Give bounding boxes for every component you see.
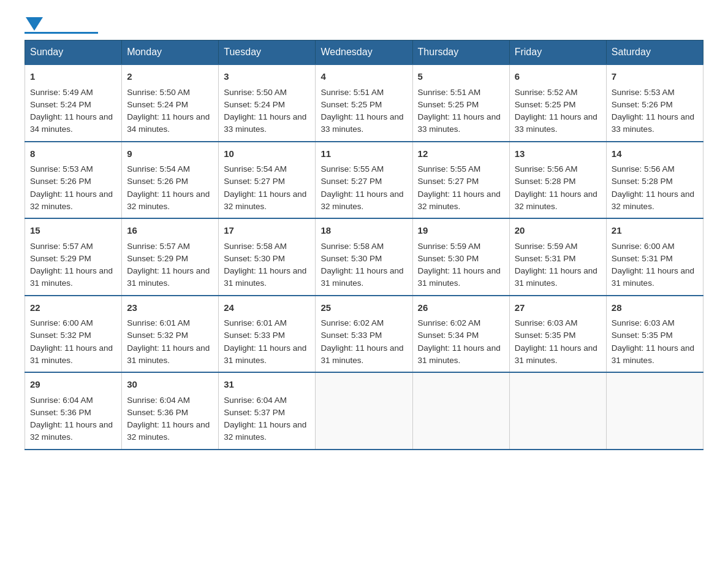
daylight-text: Daylight: 11 hours and 32 minutes. <box>30 420 113 442</box>
sunrise-text: Sunrise: 6:01 AM <box>224 318 287 327</box>
sunrise-text: Sunrise: 6:02 AM <box>418 318 481 327</box>
sunset-text: Sunset: 5:24 PM <box>224 100 285 109</box>
calendar-table: SundayMondayTuesdayWednesdayThursdayFrid… <box>25 40 703 450</box>
sunset-text: Sunset: 5:31 PM <box>612 254 673 263</box>
sunset-text: Sunset: 5:32 PM <box>127 331 188 340</box>
page-header <box>25 18 703 34</box>
day-number: 14 <box>612 147 698 161</box>
logo-arrow-icon <box>26 17 43 31</box>
calendar-cell: 9Sunrise: 5:54 AMSunset: 5:26 PMDaylight… <box>122 142 219 219</box>
calendar-header-monday: Monday <box>122 40 219 65</box>
sunset-text: Sunset: 5:27 PM <box>224 177 285 186</box>
daylight-text: Daylight: 11 hours and 33 minutes. <box>418 112 501 134</box>
daylight-text: Daylight: 11 hours and 31 minutes. <box>320 343 403 365</box>
calendar-cell: 17Sunrise: 5:58 AMSunset: 5:30 PMDayligh… <box>219 218 316 296</box>
sunset-text: Sunset: 5:33 PM <box>224 331 285 340</box>
sunset-text: Sunset: 5:28 PM <box>612 177 673 186</box>
calendar-cell: 25Sunrise: 6:02 AMSunset: 5:33 PMDayligh… <box>316 296 412 373</box>
day-number: 2 <box>127 70 213 84</box>
day-number: 8 <box>30 147 116 161</box>
calendar-week-row: 1Sunrise: 5:49 AMSunset: 5:24 PMDaylight… <box>25 64 703 142</box>
sunrise-text: Sunrise: 6:00 AM <box>612 242 675 251</box>
sunset-text: Sunset: 5:25 PM <box>515 100 576 109</box>
calendar-week-row: 8Sunrise: 5:53 AMSunset: 5:26 PMDaylight… <box>25 142 703 219</box>
calendar-cell: 26Sunrise: 6:02 AMSunset: 5:34 PMDayligh… <box>412 296 509 373</box>
sunrise-text: Sunrise: 6:02 AM <box>320 318 384 327</box>
sunset-text: Sunset: 5:25 PM <box>320 100 382 109</box>
calendar-header-row: SundayMondayTuesdayWednesdayThursdayFrid… <box>25 40 703 65</box>
sunset-text: Sunset: 5:35 PM <box>612 331 673 340</box>
day-number: 3 <box>224 70 310 84</box>
calendar-cell: 15Sunrise: 5:57 AMSunset: 5:29 PMDayligh… <box>25 218 122 296</box>
sunset-text: Sunset: 5:32 PM <box>30 331 91 340</box>
sunset-text: Sunset: 5:30 PM <box>418 254 479 263</box>
calendar-cell: 18Sunrise: 5:58 AMSunset: 5:30 PMDayligh… <box>316 218 412 296</box>
day-number: 13 <box>515 147 601 161</box>
calendar-cell <box>606 372 703 450</box>
sunset-text: Sunset: 5:30 PM <box>320 254 382 263</box>
day-number: 16 <box>127 224 213 238</box>
day-number: 12 <box>418 147 504 161</box>
calendar-week-row: 22Sunrise: 6:00 AMSunset: 5:32 PMDayligh… <box>25 296 703 373</box>
sunrise-text: Sunrise: 5:50 AM <box>127 88 190 97</box>
daylight-text: Daylight: 11 hours and 33 minutes. <box>515 112 597 134</box>
sunrise-text: Sunrise: 5:52 AM <box>515 88 578 97</box>
calendar-cell <box>412 372 509 450</box>
sunrise-text: Sunrise: 6:00 AM <box>30 318 93 327</box>
calendar-cell: 16Sunrise: 5:57 AMSunset: 5:29 PMDayligh… <box>122 218 219 296</box>
daylight-text: Daylight: 11 hours and 32 minutes. <box>612 190 694 211</box>
daylight-text: Daylight: 11 hours and 31 minutes. <box>515 266 597 288</box>
daylight-text: Daylight: 11 hours and 33 minutes. <box>224 112 306 134</box>
calendar-cell: 5Sunrise: 5:51 AMSunset: 5:25 PMDaylight… <box>412 64 509 142</box>
daylight-text: Daylight: 11 hours and 31 minutes. <box>612 343 694 365</box>
day-number: 9 <box>127 147 213 161</box>
calendar-cell: 6Sunrise: 5:52 AMSunset: 5:25 PMDaylight… <box>509 64 606 142</box>
daylight-text: Daylight: 11 hours and 34 minutes. <box>30 112 113 134</box>
day-number: 17 <box>224 224 310 238</box>
calendar-cell: 24Sunrise: 6:01 AMSunset: 5:33 PMDayligh… <box>219 296 316 373</box>
calendar-cell: 3Sunrise: 5:50 AMSunset: 5:24 PMDaylight… <box>219 64 316 142</box>
day-number: 4 <box>320 70 407 84</box>
sunset-text: Sunset: 5:29 PM <box>30 254 91 263</box>
sunrise-text: Sunrise: 5:54 AM <box>127 164 190 174</box>
calendar-cell: 8Sunrise: 5:53 AMSunset: 5:26 PMDaylight… <box>25 142 122 219</box>
sunset-text: Sunset: 5:37 PM <box>224 408 285 417</box>
sunset-text: Sunset: 5:35 PM <box>515 331 576 340</box>
sunset-text: Sunset: 5:33 PM <box>320 331 382 340</box>
daylight-text: Daylight: 11 hours and 33 minutes. <box>320 112 403 134</box>
daylight-text: Daylight: 11 hours and 32 minutes. <box>224 190 306 211</box>
calendar-cell: 22Sunrise: 6:00 AMSunset: 5:32 PMDayligh… <box>25 296 122 373</box>
sunset-text: Sunset: 5:28 PM <box>515 177 576 186</box>
sunrise-text: Sunrise: 6:03 AM <box>515 318 578 327</box>
sunrise-text: Sunrise: 5:59 AM <box>515 242 578 251</box>
sunrise-text: Sunrise: 5:51 AM <box>418 88 481 97</box>
daylight-text: Daylight: 11 hours and 32 minutes. <box>515 190 597 211</box>
sunrise-text: Sunrise: 5:57 AM <box>127 242 190 251</box>
calendar-cell: 20Sunrise: 5:59 AMSunset: 5:31 PMDayligh… <box>509 218 606 296</box>
sunrise-text: Sunrise: 5:53 AM <box>612 88 675 97</box>
sunrise-text: Sunrise: 6:03 AM <box>612 318 675 327</box>
calendar-cell: 30Sunrise: 6:04 AMSunset: 5:36 PMDayligh… <box>122 372 219 450</box>
calendar-header-sunday: Sunday <box>25 40 122 65</box>
sunrise-text: Sunrise: 5:55 AM <box>418 164 481 174</box>
daylight-text: Daylight: 11 hours and 32 minutes. <box>320 190 403 211</box>
day-number: 27 <box>515 301 601 315</box>
calendar-cell: 2Sunrise: 5:50 AMSunset: 5:24 PMDaylight… <box>122 64 219 142</box>
day-number: 18 <box>320 224 407 238</box>
day-number: 10 <box>224 147 310 161</box>
calendar-cell: 7Sunrise: 5:53 AMSunset: 5:26 PMDaylight… <box>606 64 703 142</box>
calendar-week-row: 15Sunrise: 5:57 AMSunset: 5:29 PMDayligh… <box>25 218 703 296</box>
day-number: 20 <box>515 224 601 238</box>
daylight-text: Daylight: 11 hours and 32 minutes. <box>224 420 306 442</box>
sunrise-text: Sunrise: 5:50 AM <box>224 88 287 97</box>
calendar-cell <box>316 372 412 450</box>
daylight-text: Daylight: 11 hours and 32 minutes. <box>30 190 113 211</box>
sunset-text: Sunset: 5:27 PM <box>418 177 479 186</box>
sunrise-text: Sunrise: 5:59 AM <box>418 242 481 251</box>
day-number: 15 <box>30 224 116 238</box>
sunrise-text: Sunrise: 5:56 AM <box>515 164 578 174</box>
sunset-text: Sunset: 5:26 PM <box>30 177 91 186</box>
sunrise-text: Sunrise: 6:04 AM <box>224 396 287 405</box>
daylight-text: Daylight: 11 hours and 31 minutes. <box>224 343 306 365</box>
day-number: 6 <box>515 70 601 84</box>
